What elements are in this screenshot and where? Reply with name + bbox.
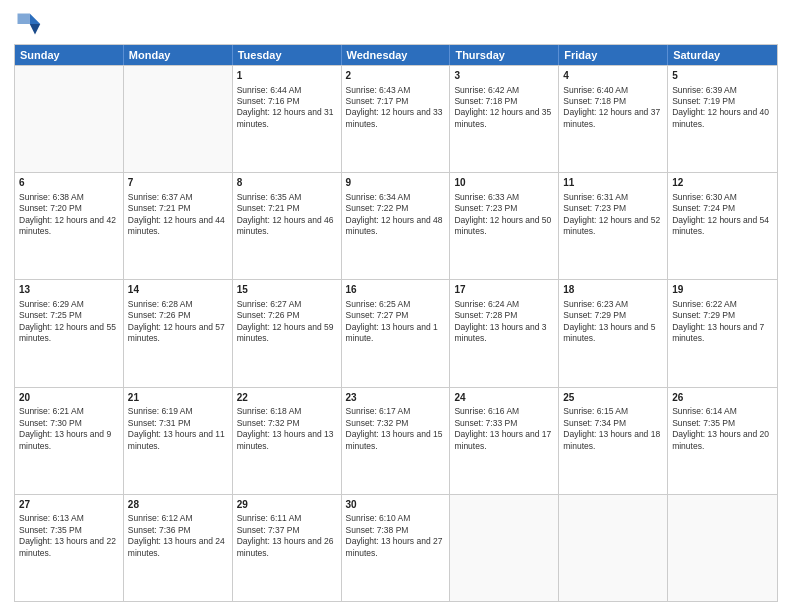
sunrise-text: Sunrise: 6:38 AM [19,192,84,202]
day-number: 12 [672,176,773,190]
day-number: 29 [237,498,337,512]
day-number: 26 [672,391,773,405]
sunset-text: Sunset: 7:38 PM [346,525,409,535]
calendar-cell: 17Sunrise: 6:24 AMSunset: 7:28 PMDayligh… [450,280,559,386]
sunset-text: Sunset: 7:29 PM [672,310,735,320]
sunset-text: Sunset: 7:25 PM [19,310,82,320]
logo [14,10,46,38]
calendar-cell: 13Sunrise: 6:29 AMSunset: 7:25 PMDayligh… [15,280,124,386]
sunrise-text: Sunrise: 6:12 AM [128,513,193,523]
day-number: 30 [346,498,446,512]
day-number: 17 [454,283,554,297]
sunrise-text: Sunrise: 6:44 AM [237,85,302,95]
day-number: 18 [563,283,663,297]
day-number: 25 [563,391,663,405]
day-number: 28 [128,498,228,512]
sunset-text: Sunset: 7:32 PM [237,418,300,428]
sunset-text: Sunset: 7:30 PM [19,418,82,428]
sunrise-text: Sunrise: 6:34 AM [346,192,411,202]
sunrise-text: Sunrise: 6:10 AM [346,513,411,523]
sunrise-text: Sunrise: 6:18 AM [237,406,302,416]
daylight-text: Daylight: 13 hours and 7 minutes. [672,322,764,343]
sunset-text: Sunset: 7:18 PM [454,96,517,106]
day-number: 2 [346,69,446,83]
day-number: 8 [237,176,337,190]
sunset-text: Sunset: 7:21 PM [237,203,300,213]
daylight-text: Daylight: 12 hours and 55 minutes. [19,322,116,343]
sunrise-text: Sunrise: 6:39 AM [672,85,737,95]
sunset-text: Sunset: 7:35 PM [672,418,735,428]
sunset-text: Sunset: 7:29 PM [563,310,626,320]
day-number: 22 [237,391,337,405]
sunrise-text: Sunrise: 6:25 AM [346,299,411,309]
day-number: 20 [19,391,119,405]
sunset-text: Sunset: 7:24 PM [672,203,735,213]
day-number: 24 [454,391,554,405]
sunset-text: Sunset: 7:27 PM [346,310,409,320]
calendar-cell: 27Sunrise: 6:13 AMSunset: 7:35 PMDayligh… [15,495,124,601]
sunrise-text: Sunrise: 6:28 AM [128,299,193,309]
daylight-text: Daylight: 12 hours and 52 minutes. [563,215,660,236]
daylight-text: Daylight: 12 hours and 57 minutes. [128,322,225,343]
calendar-cell: 22Sunrise: 6:18 AMSunset: 7:32 PMDayligh… [233,388,342,494]
sunrise-text: Sunrise: 6:14 AM [672,406,737,416]
calendar-cell: 3Sunrise: 6:42 AMSunset: 7:18 PMDaylight… [450,66,559,172]
sunset-text: Sunset: 7:36 PM [128,525,191,535]
sunset-text: Sunset: 7:31 PM [128,418,191,428]
svg-marker-3 [18,14,30,25]
day-number: 9 [346,176,446,190]
day-number: 4 [563,69,663,83]
daylight-text: Daylight: 13 hours and 22 minutes. [19,536,116,557]
day-number: 3 [454,69,554,83]
sunrise-text: Sunrise: 6:31 AM [563,192,628,202]
calendar-cell: 18Sunrise: 6:23 AMSunset: 7:29 PMDayligh… [559,280,668,386]
header-day: Saturday [668,45,777,65]
daylight-text: Daylight: 13 hours and 26 minutes. [237,536,334,557]
daylight-text: Daylight: 12 hours and 42 minutes. [19,215,116,236]
sunset-text: Sunset: 7:23 PM [454,203,517,213]
calendar-cell: 26Sunrise: 6:14 AMSunset: 7:35 PMDayligh… [668,388,777,494]
sunrise-text: Sunrise: 6:27 AM [237,299,302,309]
calendar-cell: 2Sunrise: 6:43 AMSunset: 7:17 PMDaylight… [342,66,451,172]
daylight-text: Daylight: 13 hours and 27 minutes. [346,536,443,557]
day-number: 23 [346,391,446,405]
sunrise-text: Sunrise: 6:43 AM [346,85,411,95]
sunrise-text: Sunrise: 6:35 AM [237,192,302,202]
sunrise-text: Sunrise: 6:30 AM [672,192,737,202]
sunrise-text: Sunrise: 6:11 AM [237,513,302,523]
logo-icon [14,10,42,38]
daylight-text: Daylight: 12 hours and 44 minutes. [128,215,225,236]
sunrise-text: Sunrise: 6:24 AM [454,299,519,309]
sunrise-text: Sunrise: 6:19 AM [128,406,193,416]
day-number: 6 [19,176,119,190]
daylight-text: Daylight: 13 hours and 13 minutes. [237,429,334,450]
daylight-text: Daylight: 12 hours and 35 minutes. [454,107,551,128]
sunset-text: Sunset: 7:19 PM [672,96,735,106]
day-number: 11 [563,176,663,190]
calendar-cell: 20Sunrise: 6:21 AMSunset: 7:30 PMDayligh… [15,388,124,494]
sunset-text: Sunset: 7:32 PM [346,418,409,428]
calendar: SundayMondayTuesdayWednesdayThursdayFrid… [14,44,778,602]
sunrise-text: Sunrise: 6:16 AM [454,406,519,416]
sunset-text: Sunset: 7:26 PM [237,310,300,320]
page: SundayMondayTuesdayWednesdayThursdayFrid… [0,0,792,612]
header [14,10,778,38]
sunset-text: Sunset: 7:18 PM [563,96,626,106]
daylight-text: Daylight: 12 hours and 31 minutes. [237,107,334,128]
day-number: 19 [672,283,773,297]
sunrise-text: Sunrise: 6:15 AM [563,406,628,416]
header-day: Monday [124,45,233,65]
day-number: 16 [346,283,446,297]
daylight-text: Daylight: 12 hours and 40 minutes. [672,107,769,128]
calendar-cell: 5Sunrise: 6:39 AMSunset: 7:19 PMDaylight… [668,66,777,172]
daylight-text: Daylight: 13 hours and 20 minutes. [672,429,769,450]
sunset-text: Sunset: 7:21 PM [128,203,191,213]
sunrise-text: Sunrise: 6:37 AM [128,192,193,202]
sunset-text: Sunset: 7:33 PM [454,418,517,428]
sunrise-text: Sunrise: 6:17 AM [346,406,411,416]
calendar-cell: 21Sunrise: 6:19 AMSunset: 7:31 PMDayligh… [124,388,233,494]
sunset-text: Sunset: 7:20 PM [19,203,82,213]
sunset-text: Sunset: 7:23 PM [563,203,626,213]
sunset-text: Sunset: 7:37 PM [237,525,300,535]
daylight-text: Daylight: 13 hours and 1 minute. [346,322,438,343]
